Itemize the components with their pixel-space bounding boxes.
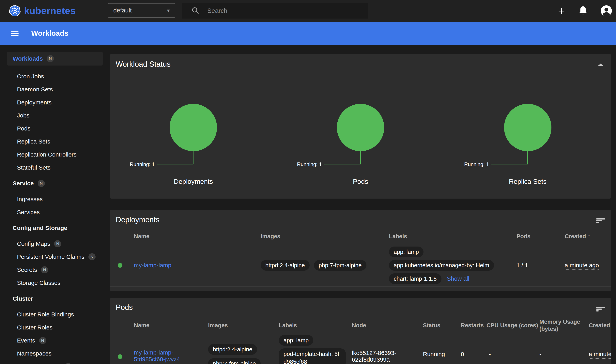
bell-icon xyxy=(578,6,588,16)
replica-sets-pie-chart xyxy=(504,104,551,151)
column-header-pods: Pods xyxy=(516,233,565,240)
sort-arrow-icon: ↑ xyxy=(588,233,590,239)
chart-label: Replica Sets xyxy=(444,178,611,185)
user-menu-button[interactable] xyxy=(601,5,612,17)
labels-cell: app: lamp pod-template-hash: 5fd985cf68 xyxy=(279,335,352,364)
sidebar-item-services[interactable]: Services xyxy=(0,206,110,219)
show-all-link[interactable]: Show all xyxy=(447,275,469,282)
deployment-name-link[interactable]: my-lamp-lamp xyxy=(134,262,171,268)
filter-button[interactable] xyxy=(596,217,605,225)
deployments-card: Deployments Name Images Labels Pods Crea… xyxy=(110,210,611,291)
label-chip: chart: lamp-1.1.5 xyxy=(389,273,442,284)
namespace-select[interactable]: default ▾ xyxy=(108,3,175,18)
sidebar-item-pods[interactable]: Pods xyxy=(0,122,110,135)
sidebar-item-replication-controllers[interactable]: Replication Controllers xyxy=(0,148,110,161)
chart-label: Deployments xyxy=(110,178,277,185)
pods-pie-chart xyxy=(337,104,384,151)
column-header-name[interactable]: Name xyxy=(134,322,208,329)
notifications-button[interactable] xyxy=(578,6,588,16)
workload-status-charts: Running: 1 Deployments Running: 1 Pods R… xyxy=(110,54,611,199)
avatar-icon xyxy=(601,5,612,17)
image-chip: httpd:2.4-alpine xyxy=(208,344,257,355)
images-cell: httpd:2.4-alpine php:7-fpm-alpine xyxy=(261,260,389,271)
memory-usage-cell: - xyxy=(534,351,584,357)
column-header-cpu-usage: CPU Usage (cores) xyxy=(485,322,534,329)
sidebar-item-storage-classes[interactable]: Storage Classes xyxy=(0,276,110,289)
pod-name-link[interactable]: my-lamp-lamp-5fd985cf68-jwvz4 xyxy=(134,349,180,363)
column-header-restarts: Restarts xyxy=(459,322,485,329)
kubernetes-home-link[interactable]: kubernetes xyxy=(9,5,76,17)
leader-line xyxy=(157,164,193,164)
leader-line xyxy=(324,164,361,164)
column-header-node: Node xyxy=(352,322,423,329)
sidebar-item-jobs[interactable]: Jobs xyxy=(0,109,110,122)
filter-icon xyxy=(596,306,605,312)
n-badge: N xyxy=(65,363,72,364)
sidebar-item-cron-jobs[interactable]: Cron Jobs xyxy=(0,70,110,83)
app-bar: Workloads xyxy=(0,22,616,45)
sidebar-item-persistent-volume-claims[interactable]: Persistent Volume Claims N xyxy=(0,250,110,263)
caret-down-icon: ▾ xyxy=(167,7,170,14)
page-title: Workloads xyxy=(31,29,68,38)
label-chip: pod-template-hash: 5fd985cf68 xyxy=(279,348,346,364)
main-content: Workload Status Running: 1 Deployments R… xyxy=(110,45,611,364)
column-header-created[interactable]: Created ↑ xyxy=(565,233,611,240)
created-timestamp: a minute ago xyxy=(565,262,599,270)
hamburger-icon xyxy=(11,31,19,36)
n-badge: N xyxy=(41,266,48,273)
column-header-name[interactable]: Name xyxy=(134,233,261,240)
sidebar-item-namespaces[interactable]: Namespaces xyxy=(0,347,110,360)
sidebar-item-cluster-roles[interactable]: Cluster Roles xyxy=(0,321,110,334)
search-bar[interactable] xyxy=(182,3,368,19)
labels-cell: app: lamp app.kubernetes.io/managed-by: … xyxy=(389,247,516,284)
sidebar-item-daemon-sets[interactable]: Daemon Sets xyxy=(0,83,110,96)
sidebar-item-ingresses[interactable]: Ingresses xyxy=(0,193,110,206)
create-resource-button[interactable]: + xyxy=(555,3,568,19)
sidebar-item-workloads[interactable]: Workloads N xyxy=(7,52,103,65)
column-header-labels: Labels xyxy=(279,322,352,329)
image-chip: php:7-fpm-alpine xyxy=(208,358,261,364)
sidebar-item-service[interactable]: Service N xyxy=(0,177,110,190)
label-chip: app: lamp xyxy=(279,335,313,346)
node-cell: lke55127-86393-622f8d09399a xyxy=(352,350,423,363)
n-badge: N xyxy=(89,253,96,260)
n-badge: N xyxy=(38,180,45,187)
column-header-status: Status xyxy=(423,322,459,329)
sidebar-item-events[interactable]: Events N xyxy=(0,334,110,347)
chart-annotation: Running: 1 xyxy=(130,161,155,167)
sidebar-item-stateful-sets[interactable]: Stateful Sets xyxy=(0,161,110,174)
chart-annotation: Running: 1 xyxy=(464,161,489,167)
pods-chart: Running: 1 Pods xyxy=(277,54,444,199)
sidebar-item-cluster-role-bindings[interactable]: Cluster Role Bindings xyxy=(0,308,110,321)
image-chip: php:7-fpm-alpine xyxy=(314,260,367,271)
sidebar-nav: Workloads N Cron Jobs Daemon Sets Deploy… xyxy=(0,45,110,364)
leader-line xyxy=(527,151,528,164)
cpu-usage-cell: - xyxy=(485,351,534,357)
filter-button[interactable] xyxy=(596,305,605,313)
sidebar-item-replica-sets[interactable]: Replica Sets xyxy=(0,135,110,148)
chart-label: Pods xyxy=(277,178,444,185)
n-badge: N xyxy=(39,337,46,344)
search-input[interactable] xyxy=(207,7,358,15)
pods-table-header: Name Images Labels Node Status Restarts … xyxy=(110,317,611,334)
sidebar-item-config-maps[interactable]: Config Maps N xyxy=(0,237,110,250)
label-chip: app.kubernetes.io/managed-by: Helm xyxy=(389,260,494,271)
top-bar: kubernetes default ▾ + xyxy=(0,0,616,22)
leader-line xyxy=(193,151,194,164)
replica-sets-chart: Running: 1 Replica Sets xyxy=(444,54,611,199)
sidebar-item-network-policies[interactable]: Network Policies N xyxy=(0,360,110,364)
column-header-images: Images xyxy=(208,322,279,329)
menu-button[interactable] xyxy=(11,29,19,38)
n-badge: N xyxy=(54,240,61,247)
sidebar-item-deployments[interactable]: Deployments xyxy=(0,96,110,109)
namespace-value: default xyxy=(113,7,132,14)
status-ok-dot xyxy=(118,354,122,359)
deployments-title: Deployments xyxy=(110,210,611,224)
n-badge: N xyxy=(47,55,54,62)
kubernetes-logo-icon xyxy=(9,5,21,17)
column-header-images: Images xyxy=(261,233,389,240)
sidebar-item-cluster[interactable]: Cluster xyxy=(0,292,110,305)
sidebar-item-config-and-storage[interactable]: Config and Storage xyxy=(0,221,110,234)
sidebar-item-secrets[interactable]: Secrets N xyxy=(0,263,110,276)
column-header-created[interactable]: Created ↑ xyxy=(584,322,611,329)
